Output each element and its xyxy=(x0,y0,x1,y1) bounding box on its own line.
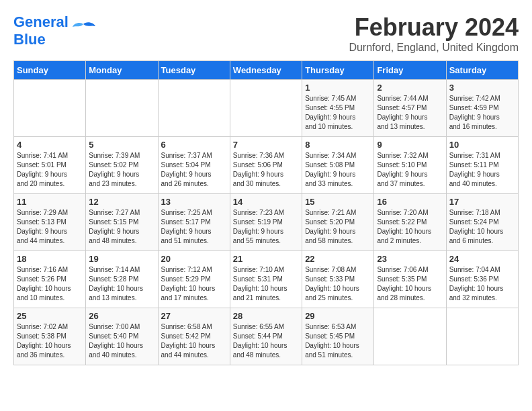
day-info: Sunrise: 6:55 AM Sunset: 5:44 PM Dayligh… xyxy=(233,322,299,360)
calendar-cell: 28Sunrise: 6:55 AM Sunset: 5:44 PM Dayli… xyxy=(230,308,302,365)
day-number: 7 xyxy=(233,140,299,150)
calendar-cell: 9Sunrise: 7:32 AM Sunset: 5:10 PM Daylig… xyxy=(374,137,446,194)
calendar-table: SundayMondayTuesdayWednesdayThursdayFrid… xyxy=(13,60,519,365)
calendar-cell: 21Sunrise: 7:10 AM Sunset: 5:31 PM Dayli… xyxy=(230,251,302,308)
calendar-header-row: SundayMondayTuesdayWednesdayThursdayFrid… xyxy=(14,61,519,80)
column-header-saturday: Saturday xyxy=(446,61,518,80)
column-header-monday: Monday xyxy=(86,61,158,80)
logo: General Blue xyxy=(13,13,95,48)
day-number: 4 xyxy=(17,140,83,150)
day-info: Sunrise: 7:31 AM Sunset: 5:11 PM Dayligh… xyxy=(449,151,515,189)
day-info: Sunrise: 7:34 AM Sunset: 5:08 PM Dayligh… xyxy=(305,151,371,189)
calendar-cell: 4Sunrise: 7:41 AM Sunset: 5:01 PM Daylig… xyxy=(14,137,86,194)
day-number: 3 xyxy=(449,83,515,93)
day-number: 17 xyxy=(449,197,515,207)
calendar-cell: 14Sunrise: 7:23 AM Sunset: 5:19 PM Dayli… xyxy=(230,194,302,251)
day-info: Sunrise: 7:02 AM Sunset: 5:38 PM Dayligh… xyxy=(17,322,83,360)
calendar-cell: 6Sunrise: 7:37 AM Sunset: 5:04 PM Daylig… xyxy=(158,137,230,194)
month-title: February 2024 xyxy=(349,13,519,42)
calendar-cell xyxy=(446,308,518,365)
calendar-cell: 20Sunrise: 7:12 AM Sunset: 5:29 PM Dayli… xyxy=(158,251,230,308)
day-info: Sunrise: 7:10 AM Sunset: 5:31 PM Dayligh… xyxy=(233,265,299,303)
column-header-friday: Friday xyxy=(374,61,446,80)
calendar-cell xyxy=(14,80,86,137)
day-info: Sunrise: 6:53 AM Sunset: 5:45 PM Dayligh… xyxy=(305,322,371,360)
day-number: 16 xyxy=(377,197,443,207)
calendar-cell: 26Sunrise: 7:00 AM Sunset: 5:40 PM Dayli… xyxy=(86,308,158,365)
location: Durnford, England, United Kingdom xyxy=(349,42,519,54)
day-info: Sunrise: 7:18 AM Sunset: 5:24 PM Dayligh… xyxy=(449,208,515,246)
day-number: 29 xyxy=(305,311,371,321)
day-info: Sunrise: 7:21 AM Sunset: 5:20 PM Dayligh… xyxy=(305,208,371,246)
calendar-cell: 10Sunrise: 7:31 AM Sunset: 5:11 PM Dayli… xyxy=(446,137,518,194)
day-number: 11 xyxy=(17,197,83,207)
logo-text: General Blue xyxy=(13,13,69,48)
column-header-tuesday: Tuesday xyxy=(158,61,230,80)
calendar-cell: 16Sunrise: 7:20 AM Sunset: 5:22 PM Dayli… xyxy=(374,194,446,251)
calendar-cell xyxy=(86,80,158,137)
day-number: 1 xyxy=(305,83,371,93)
day-number: 21 xyxy=(233,254,299,264)
day-info: Sunrise: 7:41 AM Sunset: 5:01 PM Dayligh… xyxy=(17,151,83,189)
day-number: 15 xyxy=(305,197,371,207)
day-info: Sunrise: 7:23 AM Sunset: 5:19 PM Dayligh… xyxy=(233,208,299,246)
day-number: 23 xyxy=(377,254,443,264)
calendar-cell xyxy=(158,80,230,137)
day-number: 27 xyxy=(161,311,227,321)
day-info: Sunrise: 7:45 AM Sunset: 4:55 PM Dayligh… xyxy=(305,94,371,132)
calendar-cell: 22Sunrise: 7:08 AM Sunset: 5:33 PM Dayli… xyxy=(302,251,374,308)
calendar-week-4: 18Sunrise: 7:16 AM Sunset: 5:26 PM Dayli… xyxy=(14,251,519,308)
day-number: 22 xyxy=(305,254,371,264)
calendar-week-2: 4Sunrise: 7:41 AM Sunset: 5:01 PM Daylig… xyxy=(14,137,519,194)
calendar-cell: 17Sunrise: 7:18 AM Sunset: 5:24 PM Dayli… xyxy=(446,194,518,251)
day-info: Sunrise: 7:37 AM Sunset: 5:04 PM Dayligh… xyxy=(161,151,227,189)
calendar-cell: 13Sunrise: 7:25 AM Sunset: 5:17 PM Dayli… xyxy=(158,194,230,251)
calendar-cell: 11Sunrise: 7:29 AM Sunset: 5:13 PM Dayli… xyxy=(14,194,86,251)
day-number: 12 xyxy=(89,197,154,207)
calendar-cell: 5Sunrise: 7:39 AM Sunset: 5:02 PM Daylig… xyxy=(86,137,158,194)
day-info: Sunrise: 7:42 AM Sunset: 4:59 PM Dayligh… xyxy=(449,94,515,132)
day-info: Sunrise: 7:44 AM Sunset: 4:57 PM Dayligh… xyxy=(377,94,443,132)
day-number: 26 xyxy=(89,311,154,321)
day-info: Sunrise: 7:06 AM Sunset: 5:35 PM Dayligh… xyxy=(377,265,443,303)
calendar-cell xyxy=(230,80,302,137)
day-number: 9 xyxy=(377,140,443,150)
day-info: Sunrise: 6:58 AM Sunset: 5:42 PM Dayligh… xyxy=(161,322,227,360)
day-info: Sunrise: 7:12 AM Sunset: 5:29 PM Dayligh… xyxy=(161,265,227,303)
day-info: Sunrise: 7:16 AM Sunset: 5:26 PM Dayligh… xyxy=(17,265,83,303)
calendar-body: 1Sunrise: 7:45 AM Sunset: 4:55 PM Daylig… xyxy=(14,80,519,365)
column-header-thursday: Thursday xyxy=(302,61,374,80)
day-number: 5 xyxy=(89,140,154,150)
calendar-cell: 2Sunrise: 7:44 AM Sunset: 4:57 PM Daylig… xyxy=(374,80,446,137)
day-number: 19 xyxy=(89,254,154,264)
day-number: 10 xyxy=(449,140,515,150)
day-number: 13 xyxy=(161,197,227,207)
calendar-cell: 15Sunrise: 7:21 AM Sunset: 5:20 PM Dayli… xyxy=(302,194,374,251)
calendar-cell xyxy=(374,308,446,365)
day-number: 2 xyxy=(377,83,443,93)
calendar-cell: 3Sunrise: 7:42 AM Sunset: 4:59 PM Daylig… xyxy=(446,80,518,137)
day-number: 25 xyxy=(17,311,83,321)
day-info: Sunrise: 7:32 AM Sunset: 5:10 PM Dayligh… xyxy=(377,151,443,189)
calendar-cell: 7Sunrise: 7:36 AM Sunset: 5:06 PM Daylig… xyxy=(230,137,302,194)
calendar-cell: 24Sunrise: 7:04 AM Sunset: 5:36 PM Dayli… xyxy=(446,251,518,308)
header: General Blue February 2024 Durnford, Eng… xyxy=(13,13,519,54)
day-info: Sunrise: 7:36 AM Sunset: 5:06 PM Dayligh… xyxy=(233,151,299,189)
calendar-cell: 27Sunrise: 6:58 AM Sunset: 5:42 PM Dayli… xyxy=(158,308,230,365)
calendar-week-5: 25Sunrise: 7:02 AM Sunset: 5:38 PM Dayli… xyxy=(14,308,519,365)
day-info: Sunrise: 7:14 AM Sunset: 5:28 PM Dayligh… xyxy=(89,265,154,303)
day-number: 8 xyxy=(305,140,371,150)
calendar-cell: 23Sunrise: 7:06 AM Sunset: 5:35 PM Dayli… xyxy=(374,251,446,308)
day-number: 14 xyxy=(233,197,299,207)
day-number: 24 xyxy=(449,254,515,264)
calendar-cell: 1Sunrise: 7:45 AM Sunset: 4:55 PM Daylig… xyxy=(302,80,374,137)
calendar-cell: 25Sunrise: 7:02 AM Sunset: 5:38 PM Dayli… xyxy=(14,308,86,365)
calendar-cell: 18Sunrise: 7:16 AM Sunset: 5:26 PM Dayli… xyxy=(14,251,86,308)
day-info: Sunrise: 7:25 AM Sunset: 5:17 PM Dayligh… xyxy=(161,208,227,246)
day-info: Sunrise: 7:39 AM Sunset: 5:02 PM Dayligh… xyxy=(89,151,154,189)
calendar-cell: 19Sunrise: 7:14 AM Sunset: 5:28 PM Dayli… xyxy=(86,251,158,308)
day-number: 20 xyxy=(161,254,227,264)
calendar-cell: 29Sunrise: 6:53 AM Sunset: 5:45 PM Dayli… xyxy=(302,308,374,365)
title-block: February 2024 Durnford, England, United … xyxy=(349,13,519,54)
calendar-cell: 12Sunrise: 7:27 AM Sunset: 5:15 PM Dayli… xyxy=(86,194,158,251)
